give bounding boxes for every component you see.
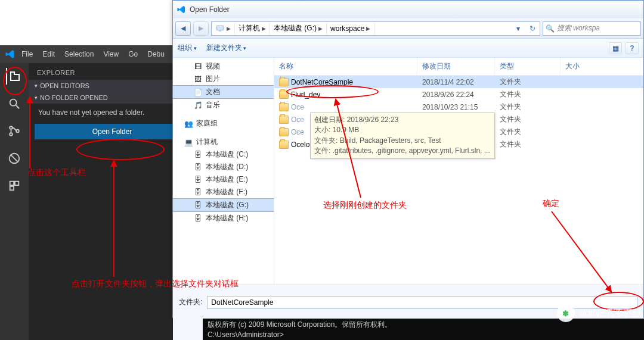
annotation-arrow-4 — [549, 208, 620, 298]
breadcrumb[interactable]: ▶ 计算机▶ 本地磁盘 (G:)▶ workspace▶ ▾ ↻ — [211, 21, 540, 36]
watermark: ✽ dotNET跨平台 — [557, 304, 640, 322]
folder-icon — [279, 103, 289, 111]
tree-drive-h[interactable]: 🗄本地磁盘 (H:) — [173, 212, 274, 224]
debug-icon[interactable] — [6, 150, 23, 167]
tree-drive-g[interactable]: 🗄本地磁盘 (G:) — [173, 198, 274, 212]
menu-view[interactable]: View — [100, 50, 122, 58]
annotation-text-open-folder: 点击打开文件夹按钮，弹出选择文件夹对话框 — [72, 279, 239, 289]
svg-rect-8 — [15, 182, 18, 185]
document-icon: 📄 — [193, 88, 203, 97]
folder-icon — [279, 141, 289, 149]
svg-line-15 — [552, 211, 611, 292]
svg-rect-7 — [10, 182, 14, 185]
breadcrumb-folder[interactable]: workspace — [330, 24, 364, 33]
folder-icon — [279, 78, 289, 86]
svg-point-2 — [10, 126, 13, 129]
col-type: 类型 — [495, 58, 561, 75]
file-row[interactable]: Flurl_dev2018/9/26 22:24文件夹 — [274, 88, 643, 101]
breadcrumb-drive[interactable]: 本地磁盘 (G:) — [274, 23, 317, 33]
folder-icon — [279, 116, 289, 124]
svg-rect-9 — [10, 186, 14, 190]
drive-icon: 🗄 — [193, 175, 203, 185]
svg-rect-11 — [219, 30, 221, 31]
menu-go[interactable]: Go — [125, 50, 141, 58]
wechat-icon: ✽ — [557, 304, 575, 322]
dialog-toolbar: 组织 新建文件夹 ▦ ? — [173, 39, 643, 58]
refresh-icon[interactable]: ↻ — [525, 24, 540, 33]
column-headers[interactable]: 名称 修改日期 类型 大小 — [274, 58, 643, 76]
drive-icon: 🗄 — [193, 214, 203, 223]
annotation-text-toolbar: 点击这个工具栏 — [27, 167, 86, 178]
tree-drive-e[interactable]: 🗄本地磁盘 (E:) — [173, 173, 274, 186]
explorer-title: EXPLORER — [29, 63, 196, 80]
breadcrumb-computer[interactable]: 计算机 — [239, 23, 260, 33]
col-date: 修改日期 — [417, 58, 495, 75]
col-name: 名称 — [274, 58, 417, 75]
open-editors-header[interactable]: OPEN EDITORS — [29, 80, 196, 92]
search-input[interactable]: 🔍 搜索 workspa — [543, 21, 641, 36]
explorer-icon[interactable] — [6, 68, 23, 85]
annotation-text-confirm: 确定 — [543, 198, 559, 209]
drive-icon: 🗄 — [193, 188, 203, 197]
computer-icon — [215, 24, 225, 33]
no-folder-hint: You have not yet opened a folder. — [29, 104, 196, 124]
search-placeholder: 搜索 workspa — [557, 23, 600, 33]
menu-edit[interactable]: Edit — [39, 50, 58, 58]
help-button[interactable]: ? — [626, 42, 639, 54]
menu-file[interactable]: File — [18, 50, 36, 58]
menu-debug[interactable]: Debu — [144, 50, 168, 58]
folder-tree[interactable]: 🎞视频 🖼图片 📄文档 🎵音乐 👥家庭组 💻计算机 🗄本地磁盘 (C:) 🗄本地… — [173, 58, 274, 284]
vscode-app-icon — [177, 5, 186, 14]
svg-line-6 — [11, 155, 18, 163]
picture-icon: 🖼 — [193, 74, 203, 84]
new-folder-button[interactable]: 新建文件夹 — [206, 43, 247, 53]
file-row[interactable]: DotNetCoreSample2018/11/4 22:02文件夹 — [274, 76, 643, 88]
tree-drive-d[interactable]: 🗄本地磁盘 (D:) — [173, 161, 274, 173]
scm-icon[interactable] — [6, 123, 23, 139]
annotation-arrow-1 — [21, 94, 39, 171]
annotation-arrow-2 — [105, 158, 123, 280]
svg-line-14 — [336, 99, 361, 198]
nav-forward-button[interactable]: ▶ — [193, 21, 209, 36]
dialog-titlebar: Open Folder — [173, 1, 643, 18]
svg-rect-10 — [216, 26, 224, 30]
video-icon: 🎞 — [193, 62, 203, 71]
dropdown-icon[interactable]: ▾ — [511, 24, 525, 33]
magnifier-icon: 🔍 — [546, 24, 555, 33]
extensions-icon[interactable] — [6, 177, 23, 194]
folder-icon — [279, 128, 289, 136]
col-size: 大小 — [561, 58, 643, 75]
dialog-navbar: ◀ ▶ ▶ 计算机▶ 本地磁盘 (G:)▶ workspace▶ ▾ ↻ 🔍 搜… — [173, 18, 643, 39]
view-mode-button[interactable]: ▦ — [609, 42, 622, 54]
menu-selection[interactable]: Selection — [61, 50, 97, 58]
svg-point-0 — [10, 99, 17, 106]
computer-tree-icon: 💻 — [184, 138, 193, 147]
tree-drive-c[interactable]: 🗄本地磁盘 (C:) — [173, 148, 274, 161]
organize-button[interactable]: 组织 — [178, 43, 197, 53]
folder-icon — [279, 91, 289, 99]
nav-back-button[interactable]: ◀ — [175, 21, 191, 36]
annotation-arrow-3 — [331, 96, 367, 201]
dialog-title: Open Folder — [190, 5, 230, 14]
no-folder-header[interactable]: NO FOLDER OPENED — [29, 92, 196, 104]
svg-point-3 — [10, 133, 13, 136]
drive-icon: 🗄 — [193, 201, 203, 210]
svg-line-1 — [16, 105, 20, 109]
svg-point-4 — [16, 130, 19, 133]
file-row[interactable]: Oce2018/10/23 21:15文件夹 — [274, 101, 643, 113]
music-icon: 🎵 — [193, 101, 203, 110]
annotation-text-select-folder: 选择刚刚创建的文件夹 — [323, 200, 407, 211]
folder-label: 文件夹: — [179, 297, 202, 307]
drive-icon: 🗄 — [193, 163, 203, 172]
drive-icon: 🗄 — [193, 150, 203, 160]
open-folder-button[interactable]: Open Folder — [35, 124, 190, 139]
homegroup-icon: 👥 — [184, 119, 193, 129]
tree-drive-f[interactable]: 🗄本地磁盘 (F:) — [173, 186, 274, 198]
vscode-logo-icon — [5, 49, 16, 60]
search-icon[interactable] — [6, 95, 23, 112]
